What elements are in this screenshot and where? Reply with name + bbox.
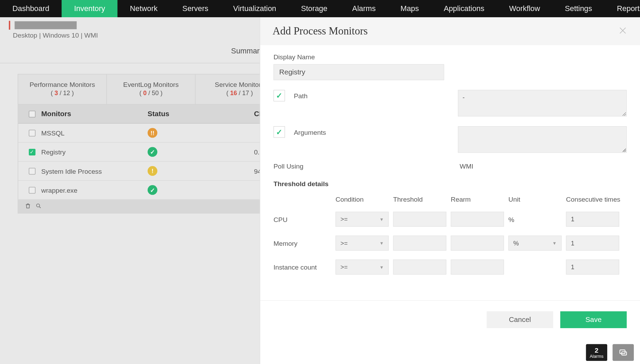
condition-select[interactable]: >=▼ [336,212,389,227]
th-header-rearm: Rearm [451,195,509,203]
monitor-tab[interactable]: EventLog Monitors( 0 / 50 ) [107,74,196,104]
close-icon[interactable] [618,26,628,37]
consecutive-input[interactable] [566,212,619,227]
threshold-row: Instance count>=▼ [274,260,627,275]
threshold-label: Instance count [274,263,336,271]
display-name-input[interactable] [274,64,444,80]
nav-storage[interactable]: Storage [288,0,339,17]
nav-settings[interactable]: Settings [552,0,604,17]
row-checkbox[interactable] [29,187,35,193]
monitor-name: System Idle Process [41,167,147,175]
consecutive-input[interactable] [566,260,619,275]
path-checkbox[interactable] [274,90,285,101]
nav-inventory[interactable]: Inventory [62,0,118,17]
nav-applications[interactable]: Applications [431,0,497,17]
alarms-badge[interactable]: 2 Alarms [586,344,607,361]
search-icon[interactable] [33,203,44,210]
threshold-row: Memory>=▼%▼ [274,235,627,251]
status-icon: ✓ [148,147,157,157]
monitor-name: Registry [41,148,147,156]
status-icon: ! [148,166,157,176]
nav-maps[interactable]: Maps [388,0,431,17]
monitor-name: wrapper.exe [41,186,147,194]
threshold-label: Memory [274,239,336,247]
add-process-monitors-panel: Add Process Monitors Display Name Path - [260,17,640,364]
nav-servers[interactable]: Servers [170,0,221,17]
path-label: Path [294,92,308,100]
row-checkbox[interactable] [29,168,35,174]
arguments-checkbox[interactable] [274,126,285,138]
rearm-input[interactable] [451,212,504,227]
svg-point-3 [37,204,40,207]
th-header-threshold: Threshold [393,195,451,203]
display-name-label: Display Name [274,53,627,61]
poll-using-label: Poll Using [274,162,460,170]
nav-network[interactable]: Network [118,0,170,17]
subtab-summary[interactable]: Summary [231,47,263,56]
threshold-row: CPU>=▼% [274,212,627,227]
cancel-button[interactable]: Cancel [487,311,553,328]
condition-select[interactable]: >=▼ [336,260,389,275]
row-checkbox[interactable] [29,130,35,136]
nav-virtualization[interactable]: Virtualization [221,0,289,17]
condition-select[interactable]: >=▼ [336,235,389,251]
nav-dashboard[interactable]: Dashboard [0,0,62,17]
arguments-label: Arguments [294,128,326,136]
monitor-name: MSSQL [41,129,147,136]
select-all-checkbox[interactable] [29,111,35,117]
consecutive-input[interactable] [566,235,619,251]
panel-title: Add Process Monitors [273,25,368,37]
threshold-input[interactable] [393,212,446,227]
threshold-label: CPU [274,215,336,223]
top-nav: DashboardInventoryNetworkServersVirtuali… [0,0,640,17]
th-header-unit: Unit [509,195,566,203]
th-header-consecutive: Consecutive times [566,195,624,203]
delete-icon[interactable] [23,203,33,210]
nav-reports[interactable]: Reports [604,0,640,17]
poll-using-value: WMI [460,162,473,170]
save-button[interactable]: Save [560,311,627,328]
path-textarea[interactable]: - [458,90,627,117]
col-header-status[interactable]: Status [148,110,254,118]
rearm-input[interactable] [451,235,504,251]
col-header-monitors[interactable]: Monitors [41,110,147,118]
threshold-input[interactable] [393,260,446,275]
chat-icon[interactable] [612,344,634,361]
nav-workflow[interactable]: Workflow [497,0,552,17]
accent-bar [9,21,10,30]
threshold-input[interactable] [393,235,446,251]
status-icon: !! [148,128,157,138]
unit-select[interactable]: %▼ [509,235,562,251]
arguments-textarea[interactable] [458,126,627,153]
status-icon: ✓ [148,185,157,195]
nav-alarms[interactable]: Alarms [340,0,388,17]
threshold-section-title: Threshold details [274,180,627,188]
th-header-condition: Condition [336,195,393,203]
monitor-tab[interactable]: Performance Monitors( 3 / 12 ) [18,74,107,104]
device-name-redacted [15,21,77,29]
rearm-input[interactable] [451,260,504,275]
unit-value: % [509,215,566,223]
row-checkbox[interactable] [29,149,35,155]
